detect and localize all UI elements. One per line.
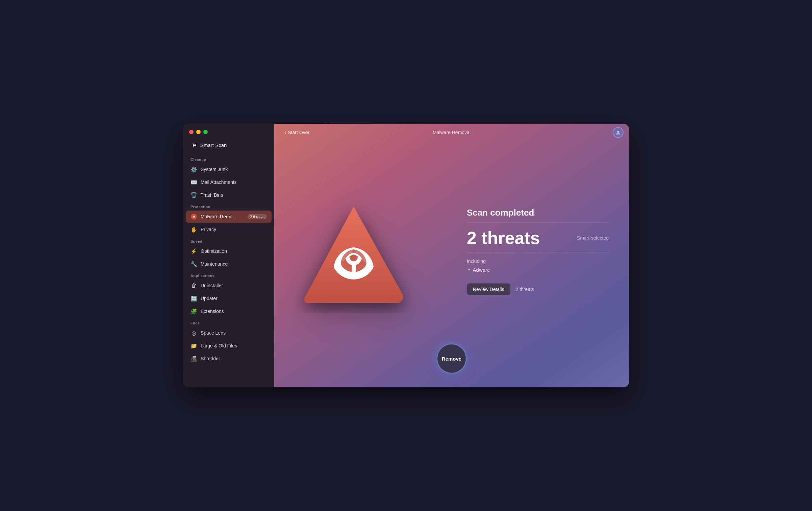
bullet: • xyxy=(468,267,470,273)
biohazard-icon-area xyxy=(291,193,416,318)
sidebar-item-maintenance[interactable]: 🔧 Maintenance xyxy=(186,258,272,270)
section-files: Files xyxy=(183,318,274,326)
sidebar-item-trash-bins[interactable]: 🗑️ Trash Bins xyxy=(186,189,272,201)
mail-attachments-label: Mail Attachments xyxy=(201,179,237,185)
back-label: Start Over xyxy=(288,130,309,135)
sidebar-item-mail-attachments[interactable]: ✉️ Mail Attachments xyxy=(186,176,272,188)
review-count-label: 2 threats xyxy=(516,287,534,292)
privacy-label: Privacy xyxy=(201,227,216,232)
sidebar-item-updater[interactable]: 🔄 Updater xyxy=(186,292,272,305)
section-cleanup: Cleanup xyxy=(183,154,274,163)
section-speed: Speed xyxy=(183,236,274,245)
malware-badge: 2 threats xyxy=(248,214,267,219)
biohazard-icon xyxy=(296,198,411,313)
space-lens-icon: ◎ xyxy=(191,330,197,336)
titlebar: ‹ Start Over Malware Removal xyxy=(274,124,629,141)
main-content: ‹ Start Over Malware Removal xyxy=(274,124,629,387)
svg-point-6 xyxy=(351,254,356,260)
sidebar-item-space-lens[interactable]: ◎ Space Lens xyxy=(186,327,272,339)
sidebar-item-smart-scan[interactable]: 🖥 Smart Scan xyxy=(186,139,272,152)
remove-button[interactable]: Remove xyxy=(436,343,467,374)
sidebar-item-optimization[interactable]: ⚡ Optimization xyxy=(186,245,272,257)
sidebar-item-privacy[interactable]: ✋ Privacy xyxy=(186,223,272,236)
sidebar: 🖥 Smart Scan Cleanup ⚙️ System Junk ✉️ M… xyxy=(183,124,274,387)
threats-row: 2 threats Smart-selected xyxy=(467,229,609,247)
close-button[interactable] xyxy=(189,130,194,134)
maintenance-label: Maintenance xyxy=(201,261,228,267)
smart-scan-icon: 🖥 xyxy=(192,142,197,148)
trash-bins-label: Trash Bins xyxy=(201,192,223,198)
sidebar-item-extensions[interactable]: 🧩 Extensions xyxy=(186,305,272,317)
avatar-button[interactable] xyxy=(613,127,624,138)
traffic-lights xyxy=(183,124,274,139)
extensions-icon: 🧩 xyxy=(191,308,197,315)
shredder-icon: 📠 xyxy=(191,355,197,362)
section-applications: Applications xyxy=(183,270,274,279)
svg-rect-5 xyxy=(344,272,363,276)
malware-removal-label: Malware Remo... xyxy=(201,214,236,219)
results-panel: Scan completed 2 threats Smart-selected … xyxy=(467,208,609,295)
including-label: Including xyxy=(467,259,609,264)
uninstaller-label: Uninstaller xyxy=(201,283,223,288)
updater-label: Updater xyxy=(201,296,218,301)
maximize-button[interactable] xyxy=(203,130,208,134)
scan-completed-label: Scan completed xyxy=(467,208,609,218)
maintenance-icon: 🔧 xyxy=(191,261,197,267)
threat-item-adware: • Adware xyxy=(468,267,609,273)
back-button[interactable]: ‹ Start Over xyxy=(281,128,313,137)
uninstaller-icon: 🗑 xyxy=(191,282,197,289)
optimization-icon: ⚡ xyxy=(191,248,197,254)
sidebar-item-uninstaller[interactable]: 🗑 Uninstaller xyxy=(186,279,272,292)
window-title: Malware Removal xyxy=(433,130,471,135)
large-old-files-label: Large & Old Files xyxy=(201,343,237,348)
threats-count: 2 threats xyxy=(467,229,540,247)
svg-point-2 xyxy=(617,131,619,133)
system-junk-icon: ⚙️ xyxy=(191,166,197,173)
biohazard-symbol xyxy=(337,251,370,276)
sidebar-item-large-old-files[interactable]: 📁 Large & Old Files xyxy=(186,340,272,352)
smart-scan-label: Smart Scan xyxy=(200,142,227,148)
shredder-label: Shredder xyxy=(201,356,220,361)
privacy-icon: ✋ xyxy=(191,226,197,233)
minimize-button[interactable] xyxy=(196,130,201,134)
svg-rect-4 xyxy=(352,263,356,273)
mail-attachments-icon: ✉️ xyxy=(191,179,197,186)
review-details-button[interactable]: Review Details xyxy=(467,284,510,295)
svg-text:☣: ☣ xyxy=(192,215,196,219)
app-window: 🖥 Smart Scan Cleanup ⚙️ System Junk ✉️ M… xyxy=(183,124,629,387)
back-chevron-icon: ‹ xyxy=(284,129,286,136)
optimization-label: Optimization xyxy=(201,248,227,254)
section-protection: Protection xyxy=(183,201,274,210)
adware-label: Adware xyxy=(473,267,490,272)
divider-1 xyxy=(467,223,609,223)
space-lens-label: Space Lens xyxy=(201,330,226,336)
system-junk-label: System Junk xyxy=(201,167,228,172)
large-old-files-icon: 📁 xyxy=(191,342,197,349)
smart-selected-label: Smart-selected xyxy=(577,235,609,241)
malware-removal-icon: ☣ xyxy=(191,213,197,220)
remove-btn-wrapper: Remove xyxy=(436,343,467,374)
trash-bins-icon: 🗑️ xyxy=(191,192,197,198)
updater-icon: 🔄 xyxy=(191,295,197,302)
sidebar-item-shredder[interactable]: 📠 Shredder xyxy=(186,352,272,365)
sidebar-item-malware-removal[interactable]: ☣ Malware Remo... 2 threats xyxy=(186,211,272,223)
divider-2 xyxy=(467,252,609,252)
sidebar-item-system-junk[interactable]: ⚙️ System Junk xyxy=(186,163,272,175)
extensions-label: Extensions xyxy=(201,309,224,314)
review-row: Review Details 2 threats xyxy=(467,284,609,295)
